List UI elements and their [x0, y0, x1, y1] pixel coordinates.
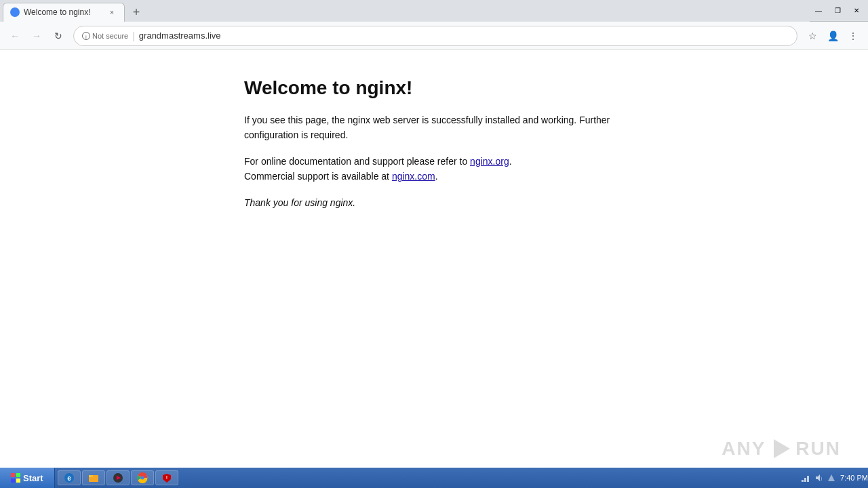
tab-title: Welcome to nginx!: [24, 7, 102, 17]
svg-rect-10: [89, 475, 93, 477]
para3-pre: Commercial support is available at: [244, 171, 389, 182]
taskbar-items: e: [55, 470, 795, 485]
thank-you-text: Thank you for using nginx.: [244, 197, 355, 208]
title-bar: Welcome to nginx! × + — ❐ ✕: [0, 0, 868, 22]
svg-rect-16: [802, 480, 804, 482]
tab-close-button[interactable]: ×: [106, 7, 117, 18]
shield-icon: !: [161, 472, 172, 483]
taskbar-explorer[interactable]: [82, 470, 105, 485]
arrow-icon: [828, 474, 835, 481]
active-tab[interactable]: Welcome to nginx! ×: [3, 3, 125, 22]
nginx-body: If you see this page, the nginx web serv…: [244, 113, 624, 210]
toolbar-actions: ☆ 👤 ⋮: [803, 26, 863, 45]
svg-rect-5: [11, 479, 15, 483]
forward-button[interactable]: →: [27, 26, 46, 45]
tab-favicon: [10, 7, 20, 17]
paragraph-4: Thank you for using nginx.: [244, 195, 624, 210]
page-content: Welcome to nginx! If you see this page, …: [0, 50, 868, 488]
media-icon: [113, 472, 123, 483]
tab-bar: Welcome to nginx! × +: [0, 0, 810, 22]
svg-text:!: !: [165, 475, 167, 480]
browser-window: Welcome to nginx! × + — ❐ ✕ ← → ↻ i Not …: [0, 0, 868, 488]
chrome-icon: [137, 472, 148, 483]
svg-rect-3: [11, 473, 15, 477]
start-button[interactable]: Start: [0, 468, 55, 488]
window-controls: — ❐ ✕: [810, 4, 868, 18]
taskbar-system: ): [795, 473, 840, 483]
paragraph-1: If you see this page, the nginx web serv…: [244, 113, 624, 143]
svg-rect-6: [16, 479, 20, 483]
new-tab-button[interactable]: +: [127, 4, 145, 22]
address-bar[interactable]: i Not secure | grandmastreams.live: [73, 26, 797, 46]
svg-rect-17: [804, 478, 806, 482]
close-button[interactable]: ✕: [848, 4, 865, 18]
para2-pre: For online documentation and support ple…: [244, 156, 467, 167]
taskbar-media[interactable]: [106, 470, 130, 485]
bookmark-button[interactable]: ☆: [803, 26, 822, 45]
back-button[interactable]: ←: [5, 26, 24, 45]
profile-button[interactable]: 👤: [823, 26, 842, 45]
para2-post: .: [509, 156, 512, 167]
svg-rect-18: [807, 476, 809, 482]
reload-button[interactable]: ↻: [49, 26, 68, 45]
svg-rect-4: [16, 473, 20, 477]
minimize-button[interactable]: —: [810, 4, 827, 18]
folder-icon: [88, 472, 99, 483]
start-icon: [11, 473, 20, 483]
nginx-org-link[interactable]: nginx.org: [470, 156, 509, 167]
url-text: grandmastreams.live: [139, 30, 789, 41]
volume-icon: ): [814, 473, 824, 483]
toolbar: ← → ↻ i Not secure | grandmastreams.live…: [0, 22, 868, 50]
nginx-com-link[interactable]: nginx.com: [392, 171, 435, 182]
taskbar: Start e: [0, 468, 868, 488]
ie-icon: e: [64, 472, 75, 483]
start-label: Start: [23, 473, 43, 483]
omnibox-separator: |: [132, 30, 135, 41]
maximize-button[interactable]: ❐: [829, 4, 846, 18]
svg-marker-21: [828, 474, 835, 481]
svg-text:): ): [821, 476, 822, 481]
svg-marker-19: [816, 474, 820, 481]
svg-point-14: [140, 476, 144, 480]
taskbar-shield[interactable]: !: [155, 470, 178, 485]
paragraph-2: For online documentation and support ple…: [244, 154, 624, 184]
taskbar-ie[interactable]: e: [58, 470, 81, 485]
security-indicator: i Not secure: [82, 32, 128, 40]
info-icon: i: [82, 32, 90, 40]
taskbar-clock: 7:40 PM: [840, 474, 868, 482]
menu-button[interactable]: ⋮: [844, 26, 863, 45]
svg-text:i: i: [85, 33, 87, 39]
svg-text:e: e: [67, 474, 71, 482]
network-icon: [801, 473, 810, 483]
para3-post: .: [435, 171, 438, 182]
page-heading: Welcome to nginx!: [244, 77, 624, 99]
taskbar-chrome[interactable]: [131, 470, 154, 485]
